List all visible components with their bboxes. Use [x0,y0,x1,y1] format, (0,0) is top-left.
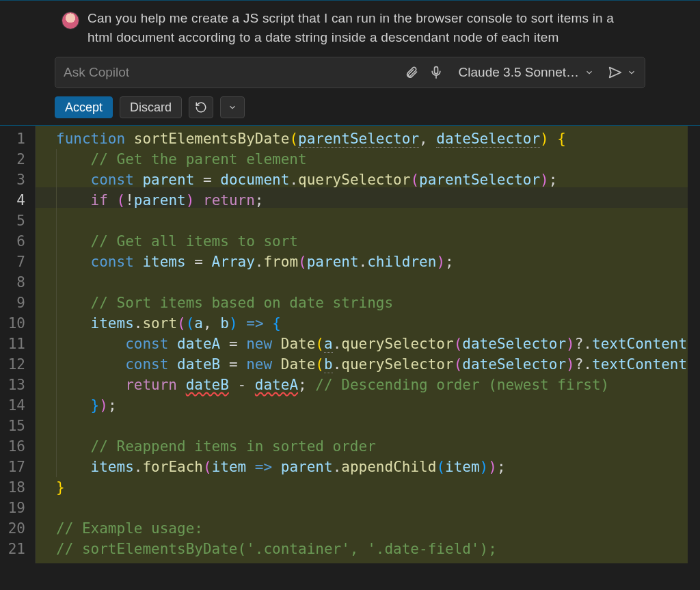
code-line: // Example usage: [56,518,700,539]
code-line: // Reappend items in sorted order [56,436,700,457]
line-number: 9 [0,293,25,313]
copilot-input-row: Claude 3.5 Sonnet… [55,57,645,88]
chat-message-text: Can you help me create a JS script that … [88,9,638,47]
svg-rect-0 [434,67,438,74]
code-line: }); [56,395,700,416]
minimap[interactable] [688,126,700,563]
code-line: function sortElementsByDate(parentSelect… [56,129,700,149]
code-line: items.sort((a, b) => { [56,313,700,334]
model-name: Claude 3.5 Sonnet… [459,65,579,80]
line-number: 3 [0,170,25,190]
line-number: 2 [0,149,25,170]
attach-icon[interactable] [404,65,419,80]
line-number: 14 [0,395,25,416]
line-number: 21 [0,539,25,559]
line-number: 8 [0,272,25,293]
code-line: // Get all items to sort [56,231,700,252]
mic-icon[interactable] [429,65,444,80]
more-actions-button[interactable] [220,96,245,118]
line-number: 16 [0,436,25,457]
avatar [62,12,79,29]
line-number: 1 [0,129,25,149]
code-line: // sortElementsByDate('.container', '.da… [56,539,700,559]
line-number: 19 [0,498,25,518]
code-line: // Get the parent element [56,149,700,170]
line-number: 7 [0,252,25,272]
code-line [56,211,700,231]
chevron-down-icon [584,68,594,77]
line-number: 6 [0,231,25,252]
line-number: 15 [0,416,25,436]
model-selector[interactable]: Claude 3.5 Sonnet… [453,65,594,80]
code-editor[interactable]: 1 2 3 4 5 6 7 8 9 10 11 12 13 14 15 16 1… [0,126,700,563]
line-number: 4 [0,190,25,211]
line-number: 18 [0,477,25,498]
code-line: const items = Array.from(parent.children… [56,252,700,272]
copilot-panel: Can you help me create a JS script that … [0,0,700,125]
line-gutter: 1 2 3 4 5 6 7 8 9 10 11 12 13 14 15 16 1… [0,126,36,563]
line-number: 20 [0,518,25,539]
chat-message: Can you help me create a JS script that … [0,5,700,57]
discard-button[interactable]: Discard [120,96,182,118]
line-number: 5 [0,211,25,231]
accept-button[interactable]: Accept [55,96,113,118]
retry-button[interactable] [189,96,213,118]
line-number: 17 [0,457,25,477]
code-line: // Sort items based on date strings [56,293,700,313]
line-number: 12 [0,354,25,375]
code-line: const dateA = new Date(a.querySelector(d… [56,334,700,354]
line-number: 13 [0,375,25,395]
code-line: return dateB - dateA; // Descending orde… [56,375,700,395]
code-line [56,416,700,436]
send-options-chevron-icon[interactable] [627,68,636,77]
send-icon[interactable] [608,65,623,80]
code-line: const dateB = new Date(b.querySelector(d… [56,354,700,375]
code-line [56,272,700,293]
code-area[interactable]: function sortElementsByDate(parentSelect… [36,126,700,563]
line-number: 10 [0,313,25,334]
line-number: 11 [0,334,25,354]
code-line: items.forEach(item => parent.appendChild… [56,457,700,477]
code-line: } [56,477,700,498]
retry-icon [195,101,207,113]
copilot-input[interactable] [64,65,394,80]
chevron-down-icon [228,103,237,112]
code-line: if (!parent) return; [56,190,700,211]
code-line: const parent = document.querySelector(pa… [56,170,700,190]
code-line [56,498,700,518]
suggestion-actions: Accept Discard [0,88,700,125]
